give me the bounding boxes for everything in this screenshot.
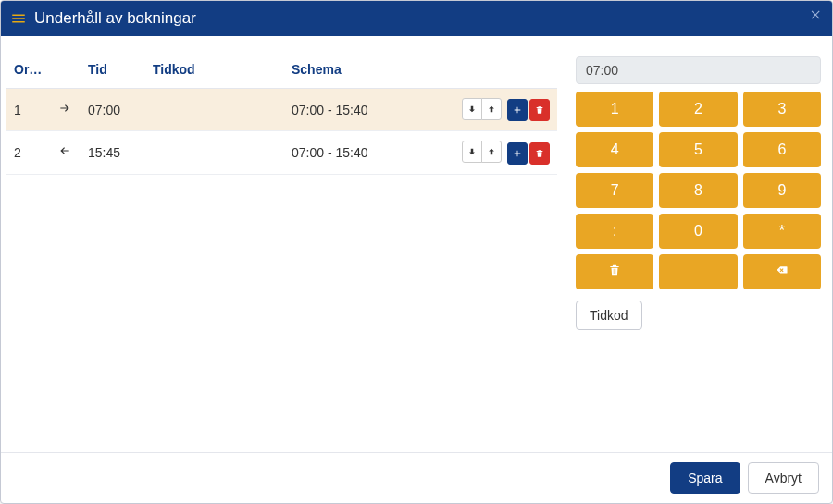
move-down-button[interactable]: [462, 141, 482, 163]
arrow-up-icon: [487, 144, 496, 159]
key-blank[interactable]: [659, 254, 737, 289]
delete-button[interactable]: [529, 99, 550, 121]
cancel-button[interactable]: Avbryt: [748, 462, 819, 494]
add-button[interactable]: [507, 142, 528, 165]
add-button[interactable]: [507, 99, 528, 121]
key-1[interactable]: 1: [576, 92, 653, 127]
key-star[interactable]: *: [743, 214, 821, 249]
key-2[interactable]: 2: [659, 92, 737, 127]
cell-actions: [446, 131, 557, 174]
table-row[interactable]: 107:0007:00 - 15:40: [6, 89, 557, 131]
col-order-header: Ordning: [14, 62, 44, 77]
cell-order: 1: [6, 89, 51, 131]
col-tid-header: Tid: [81, 56, 145, 89]
key-backspace[interactable]: [743, 254, 821, 289]
arrow-down-icon: [467, 102, 477, 117]
key-clear[interactable]: [576, 254, 653, 289]
key-7[interactable]: 7: [576, 173, 653, 208]
time-display[interactable]: 07:00: [576, 56, 821, 84]
direction-icon: [51, 131, 81, 174]
booking-table-pane: Ordning Tid Tidkod Schema 107:0007:00 - …: [6, 56, 557, 447]
plus-icon: [513, 103, 522, 117]
close-icon[interactable]: [810, 8, 823, 24]
backspace-icon: [776, 264, 789, 280]
arrow-down-icon: [467, 144, 477, 159]
key-3[interactable]: 3: [743, 92, 821, 127]
key-6[interactable]: 6: [743, 132, 821, 167]
move-up-button[interactable]: [481, 141, 502, 163]
key-4[interactable]: 4: [576, 132, 653, 167]
save-button[interactable]: Spara: [670, 462, 740, 494]
booking-table: Ordning Tid Tidkod Schema 107:0007:00 - …: [6, 56, 557, 175]
trash-icon: [535, 146, 544, 161]
keypad-pane: 07:00 1 2 3 4 5 6 7 8 9 : 0 *: [576, 56, 821, 447]
cell-tid: 07:00: [81, 89, 145, 131]
cell-schema: 07:00 - 15:40: [284, 89, 446, 131]
tidkod-button[interactable]: Tidkod: [576, 301, 642, 330]
move-down-button[interactable]: [462, 98, 482, 120]
key-colon[interactable]: :: [576, 214, 653, 249]
table-header-row: Ordning Tid Tidkod Schema: [6, 56, 557, 89]
cell-tidkod: [145, 131, 284, 174]
menu-icon[interactable]: [10, 10, 27, 27]
col-tidkod-header: Tidkod: [145, 56, 284, 89]
cell-tidkod: [145, 89, 284, 131]
key-5[interactable]: 5: [659, 132, 737, 167]
arrow-up-icon: [487, 102, 496, 117]
cell-actions: [446, 89, 557, 131]
titlebar: Underhåll av bokningar: [1, 1, 832, 36]
move-up-button[interactable]: [481, 98, 502, 120]
window-title: Underhåll av bokningar: [34, 9, 196, 28]
direction-icon: [51, 89, 81, 131]
trash-icon: [608, 264, 621, 280]
delete-button[interactable]: [529, 142, 550, 165]
dialog-body: Ordning Tid Tidkod Schema 107:0007:00 - …: [1, 36, 832, 452]
trash-icon: [535, 103, 544, 117]
table-row[interactable]: 215:4507:00 - 15:40: [6, 131, 557, 174]
dialog-window: Underhåll av bokningar Ordning Tid Tidko…: [0, 0, 833, 504]
key-0[interactable]: 0: [659, 214, 737, 249]
cell-schema: 07:00 - 15:40: [284, 131, 446, 174]
dialog-footer: Spara Avbryt: [1, 452, 832, 503]
col-schema-header: Schema: [284, 56, 446, 89]
cell-tid: 15:45: [81, 131, 145, 174]
key-9[interactable]: 9: [743, 173, 821, 208]
cell-order: 2: [6, 131, 51, 174]
plus-icon: [513, 146, 522, 161]
keypad: 1 2 3 4 5 6 7 8 9 : 0 *: [576, 92, 821, 289]
key-8[interactable]: 8: [659, 173, 737, 208]
